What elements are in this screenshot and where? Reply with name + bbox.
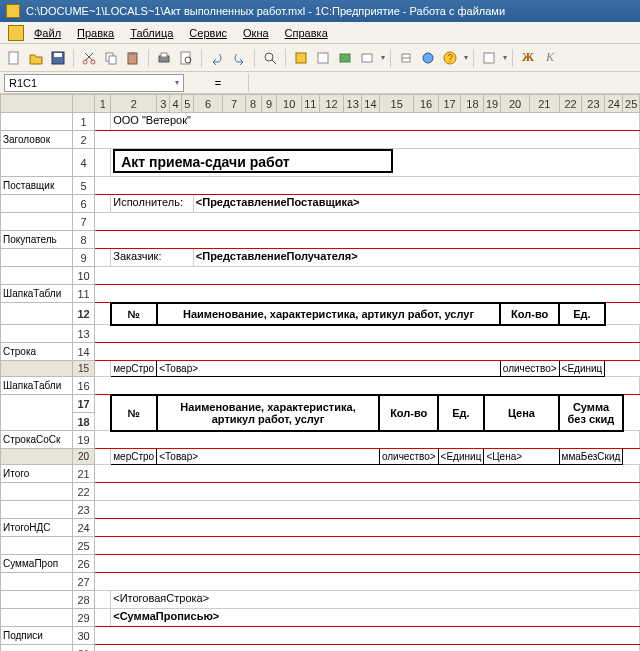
menu-file[interactable]: Файл	[28, 25, 67, 41]
undo-button[interactable]	[207, 48, 227, 68]
copy-button[interactable]	[101, 48, 121, 68]
col-hdr[interactable]: 21	[530, 95, 559, 113]
svg-rect-6	[109, 56, 116, 64]
col-hdr[interactable]: 5	[182, 95, 194, 113]
separator	[390, 49, 391, 67]
svg-rect-18	[362, 54, 372, 62]
preview-button[interactable]	[176, 48, 196, 68]
col-hdr[interactable]: 15	[379, 95, 414, 113]
section-supplier[interactable]: Поставщик	[1, 177, 73, 195]
menu-service[interactable]: Сервис	[183, 25, 233, 41]
col-hdr[interactable]: 7	[223, 95, 246, 113]
dropdown-icon[interactable]: ▾	[464, 53, 468, 62]
section-signatures[interactable]: Подписи	[1, 627, 73, 645]
col-hdr[interactable]: 9	[261, 95, 277, 113]
col-hdr[interactable]: 12	[319, 95, 344, 113]
svg-rect-0	[9, 52, 18, 64]
btn-e[interactable]	[396, 48, 416, 68]
open-button[interactable]	[26, 48, 46, 68]
save-button[interactable]	[48, 48, 68, 68]
btn-f[interactable]	[418, 48, 438, 68]
col-hdr[interactable]: 1	[95, 95, 111, 113]
col-num: №	[111, 303, 157, 325]
formula-bar: R1C1 ▾ =	[0, 72, 640, 94]
col-hdr[interactable]: 25	[623, 95, 640, 113]
executor-label: Исполнитель:	[113, 196, 183, 208]
col-hdr[interactable]: 18	[461, 95, 484, 113]
italic-button[interactable]: К	[540, 48, 560, 68]
col-qty: Кол-во	[500, 303, 559, 325]
redo-button[interactable]	[229, 48, 249, 68]
fld-unit: <Единиц	[438, 449, 484, 465]
col-hdr[interactable]: 19	[484, 95, 500, 113]
dropdown-icon[interactable]: ▾	[503, 53, 507, 62]
section-row[interactable]: Строка	[1, 343, 73, 361]
dropdown-icon[interactable]: ▾	[381, 53, 385, 62]
window-title: C:\DOCUME~1\LOCALS~1\Акт выполненных раб…	[26, 5, 505, 17]
menu-window[interactable]: Окна	[237, 25, 275, 41]
col-hdr[interactable]: 22	[559, 95, 582, 113]
col-hdr[interactable]: 11	[301, 95, 319, 113]
app-menu-icon[interactable]	[8, 25, 24, 41]
section-buyer[interactable]: Покупатель	[1, 231, 73, 249]
help-button[interactable]: ?	[440, 48, 460, 68]
col-num: №	[111, 395, 157, 431]
col-hdr[interactable]: 16	[414, 95, 438, 113]
btn-c[interactable]	[335, 48, 355, 68]
col-hdr[interactable]: 23	[582, 95, 605, 113]
btn-d[interactable]	[357, 48, 377, 68]
fld-num: мерСтро	[111, 449, 157, 465]
section-sumwords[interactable]: СуммаПроп	[1, 555, 73, 573]
spreadsheet-grid[interactable]: 1 2 3 4 5 6 7 8 9 10 11 12 13 14 15 16 1…	[0, 94, 640, 651]
section-rowdisc[interactable]: СтрокаСоСк	[1, 431, 73, 449]
btn-a[interactable]	[291, 48, 311, 68]
menu-edit[interactable]: Правка	[71, 25, 120, 41]
find-button[interactable]	[260, 48, 280, 68]
col-hdr[interactable]: 6	[193, 95, 222, 113]
col-hdr[interactable]: 10	[277, 95, 302, 113]
menu-help[interactable]: Справка	[279, 25, 334, 41]
fld-good: <Товар>	[157, 361, 501, 377]
col-hdr[interactable]: 2	[111, 95, 157, 113]
fld-unit: <Единиц	[559, 361, 605, 377]
col-unit: Ед.	[438, 395, 484, 431]
chevron-down-icon[interactable]: ▾	[175, 78, 179, 87]
separator	[512, 49, 513, 67]
col-hdr[interactable]: 4	[170, 95, 182, 113]
col-hdr[interactable]: 17	[438, 95, 461, 113]
col-hdr[interactable]: 13	[344, 95, 362, 113]
col-hdr[interactable]: 14	[362, 95, 380, 113]
titlebar: C:\DOCUME~1\LOCALS~1\Акт выполненных раб…	[0, 0, 640, 22]
btn-g[interactable]	[479, 48, 499, 68]
section-total[interactable]: Итого	[1, 465, 73, 483]
customer-value: <ПредставлениеПолучателя>	[196, 250, 358, 262]
col-hdr[interactable]: 8	[245, 95, 261, 113]
print-button[interactable]	[154, 48, 174, 68]
name-box[interactable]: R1C1 ▾	[4, 74, 184, 92]
section-header[interactable]: Заголовок	[1, 131, 73, 149]
svg-line-14	[272, 60, 276, 64]
total-line: <ИтоговаяСтрока>	[113, 592, 209, 604]
col-hdr[interactable]: 20	[500, 95, 529, 113]
fld-price: <Цена>	[484, 449, 559, 465]
new-button[interactable]	[4, 48, 24, 68]
bold-button[interactable]: Ж	[518, 48, 538, 68]
svg-text:?: ?	[447, 53, 453, 64]
col-hdr[interactable]: 24	[605, 95, 623, 113]
btn-b[interactable]	[313, 48, 333, 68]
corner-name[interactable]	[1, 95, 73, 113]
cut-button[interactable]	[79, 48, 99, 68]
section-totalvat[interactable]: ИтогоНДС	[1, 519, 73, 537]
col-hdr[interactable]: 3	[157, 95, 170, 113]
menu-table[interactable]: Таблица	[124, 25, 179, 41]
menubar: Файл Правка Таблица Сервис Окна Справка	[0, 22, 640, 44]
section-tablehead[interactable]: ШапкаТабли	[1, 285, 73, 303]
paste-button[interactable]	[123, 48, 143, 68]
formula-input[interactable]	[248, 74, 640, 92]
corner-num[interactable]	[72, 95, 94, 113]
separator	[148, 49, 149, 67]
col-name: Наименование, характеристика, артикул ра…	[157, 303, 501, 325]
separator	[201, 49, 202, 67]
section-tablehead2[interactable]: ШапкаТабли	[1, 377, 73, 395]
fld-qty: оличество>	[500, 361, 559, 377]
